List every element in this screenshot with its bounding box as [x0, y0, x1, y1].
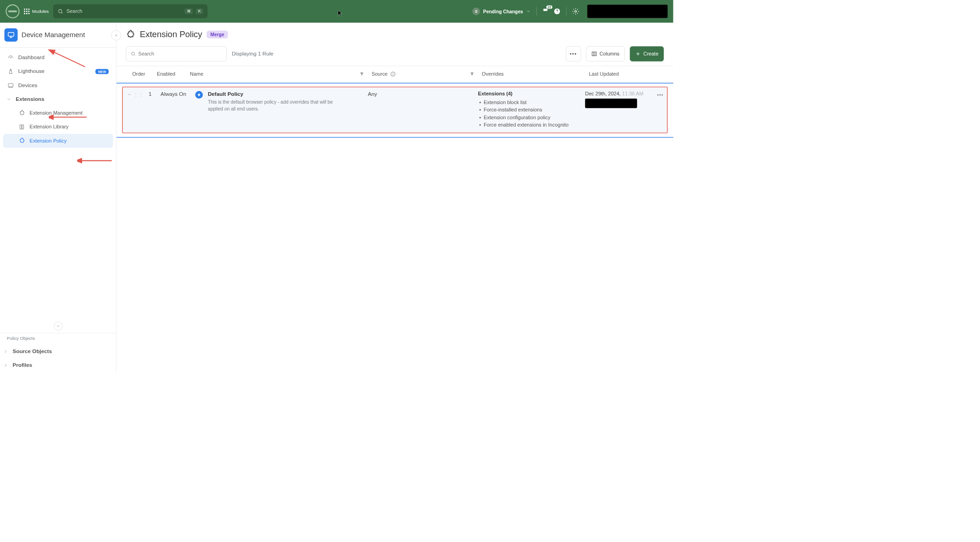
help-icon[interactable]: [554, 8, 561, 15]
sidebar-item-devices[interactable]: Devices: [3, 78, 113, 92]
dashboard-icon: [7, 55, 14, 61]
kbd-cmd: ⌘: [185, 9, 193, 14]
sidebar-item-source-objects[interactable]: Source Objects: [0, 345, 116, 359]
info-icon[interactable]: [390, 71, 396, 77]
display-count-text: Displaying 1 Rule: [232, 51, 274, 57]
sidebar-item-label: Extension Policy: [30, 138, 67, 144]
columns-icon: [591, 51, 597, 56]
user-menu[interactable]: [587, 5, 667, 18]
sidebar-item-extension-management[interactable]: Extension Management: [3, 106, 113, 120]
flag-badge: 22: [546, 6, 552, 9]
global-search-input[interactable]: [66, 9, 182, 14]
override-item: Force-installed extensions: [478, 106, 578, 114]
filter-icon[interactable]: [360, 72, 364, 77]
sidebar-header: Device Management: [0, 22, 116, 47]
cell-source: Any: [364, 91, 474, 129]
row-more-button[interactable]: ⋯: [657, 91, 663, 98]
sidebar-section-label: Policy Objects: [0, 333, 116, 345]
svg-rect-0: [24, 9, 25, 10]
sidebar-item-extensions[interactable]: Extensions: [3, 92, 113, 106]
more-actions-button[interactable]: •••: [566, 46, 581, 61]
svg-point-26: [132, 52, 134, 55]
library-icon: [19, 124, 25, 130]
svg-rect-4: [26, 11, 28, 12]
svg-rect-7: [26, 13, 28, 14]
chevron-right-icon: [3, 348, 8, 355]
svg-rect-6: [24, 13, 25, 14]
settings-gear-icon[interactable]: [572, 8, 579, 15]
th-enabled[interactable]: Enabled: [153, 66, 186, 82]
sidebar-item-profiles[interactable]: Profiles: [0, 359, 116, 372]
flag-icon[interactable]: 22: [542, 8, 549, 15]
devices-icon: [7, 82, 14, 88]
create-label: Create: [644, 51, 659, 56]
svg-line-10: [61, 12, 62, 13]
page-header: Extension Policy Merge: [116, 22, 673, 46]
drag-handle-icon[interactable]: ⋮⋮: [133, 92, 143, 97]
divider: [536, 7, 537, 16]
sidebar-item-label: Extensions: [16, 96, 44, 103]
th-order[interactable]: Order: [126, 66, 153, 82]
policy-name: Default Policy: [208, 91, 346, 98]
chevron-down-icon: [56, 324, 61, 328]
columns-button[interactable]: Columns: [586, 46, 625, 61]
modules-button[interactable]: Modules: [24, 9, 49, 14]
override-item: Extension block list: [478, 99, 578, 106]
updated-date: Dec 29th, 2024,: [585, 91, 622, 97]
policy-description: This is the default browser policy - add…: [208, 99, 346, 112]
cell-name: Default Policy This is the default brows…: [192, 91, 364, 129]
table-row[interactable]: ⋮⋮ 1 Always On Default Policy This is th…: [122, 87, 668, 133]
apps-grid-icon: [24, 9, 29, 14]
th-name[interactable]: Name: [186, 66, 368, 82]
svg-rect-28: [592, 52, 596, 55]
merge-chip: Merge: [207, 31, 228, 39]
chevron-down-icon[interactable]: [127, 92, 132, 97]
sidebar: Device Management Dashboard Lighthouse N…: [0, 22, 116, 372]
sidebar-item-extension-policy[interactable]: Extension Policy: [3, 134, 113, 148]
svg-rect-5: [28, 11, 30, 12]
puzzle-icon: [19, 110, 25, 116]
svg-rect-14: [8, 33, 14, 36]
brand-logo: [6, 5, 19, 18]
th-overrides[interactable]: Overrides: [478, 66, 585, 82]
device-management-icon: [5, 28, 18, 42]
sidebar-item-lighthouse[interactable]: Lighthouse NEW: [3, 65, 113, 78]
sidebar-nav: Dashboard Lighthouse NEW Devices Extensi…: [0, 48, 116, 322]
svg-rect-2: [28, 9, 30, 10]
sidebar-item-dashboard[interactable]: Dashboard: [3, 51, 113, 65]
sidebar-title: Device Management: [22, 31, 85, 39]
pending-changes-button[interactable]: 0 Pending Changes: [473, 7, 531, 15]
th-source[interactable]: Source: [368, 66, 478, 82]
chevron-right-icon: [3, 362, 8, 369]
table-header: Order Enabled Name Source Overrides Last…: [116, 66, 673, 83]
cell-updated: Dec 29th, 2024, 11:38 AM: [581, 91, 653, 129]
sidebar-item-extension-library[interactable]: Extension Library: [3, 120, 113, 134]
chevron-down-icon: [526, 9, 531, 14]
svg-point-13: [575, 11, 577, 12]
collapse-sidebar-button[interactable]: [111, 30, 121, 40]
extension-policy-icon: [126, 30, 136, 39]
sidebar-item-label: Devices: [18, 82, 38, 88]
cell-overrides: Extensions (4) Extension block list Forc…: [474, 91, 582, 129]
svg-point-35: [393, 73, 393, 73]
svg-rect-19: [8, 83, 13, 87]
svg-point-12: [557, 12, 557, 13]
filter-icon[interactable]: [470, 72, 474, 77]
table-search-input[interactable]: [138, 51, 222, 56]
override-item: Extension configuration policy: [478, 114, 578, 121]
sidebar-item-label: Extension Management: [30, 110, 83, 116]
svg-rect-21: [20, 125, 22, 129]
chevron-left-icon: [114, 33, 119, 38]
table-search[interactable]: [126, 46, 227, 61]
svg-rect-22: [22, 125, 23, 129]
svg-rect-1: [26, 9, 28, 10]
topbar: Modules ⌘ K 0 Pending Changes 22: [0, 0, 673, 22]
global-search[interactable]: ⌘ K: [53, 5, 208, 18]
expand-section-button[interactable]: [54, 321, 62, 330]
cell-enabled: Always On: [157, 91, 192, 129]
kbd-k: K: [196, 9, 203, 14]
create-button[interactable]: Create: [630, 46, 664, 61]
toolbar: Displaying 1 Rule ••• Columns Create: [116, 46, 673, 66]
th-updated[interactable]: Last Updated: [585, 66, 664, 82]
content-area: Extension Policy Merge Displaying 1 Rule…: [116, 22, 673, 372]
